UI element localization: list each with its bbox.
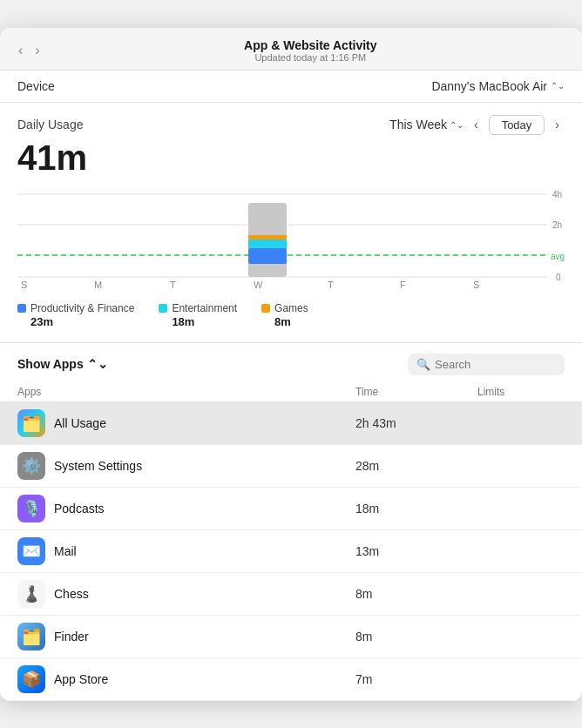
apps-section: Show Apps ⌃⌄ 🔍 Apps Time Limits 🗂️ All U… (0, 342, 582, 701)
svg-text:T: T (170, 280, 176, 290)
svg-text:W: W (254, 280, 263, 290)
app-icon-mail: ✉️ (17, 537, 45, 565)
table-row[interactable]: ♟️ Chess 8m (0, 573, 582, 616)
legend-item-entertainment: Entertainment 18m (159, 302, 237, 328)
legend-item-productivity: Productivity & Finance 23m (17, 302, 134, 328)
back-button[interactable]: ‹ (14, 41, 27, 60)
svg-text:0: 0 (556, 273, 561, 282)
app-cell: ⚙️ System Settings (17, 452, 355, 480)
daily-usage-label: Daily Usage (17, 118, 83, 131)
table-row[interactable]: 🗂️ Finder 8m (0, 616, 582, 658)
games-time: 8m (261, 315, 308, 328)
table-row[interactable]: ✉️ Mail 13m (0, 530, 582, 573)
usage-time: 41m (17, 138, 565, 177)
app-name: Mail (54, 544, 77, 558)
today-button[interactable]: Today (489, 115, 545, 135)
app-icon-chess: ♟️ (17, 580, 45, 608)
app-time: 18m (355, 502, 477, 516)
app-icon-podcasts: 🎙️ (17, 495, 45, 522)
table-row[interactable]: 🗂️ All Usage 2h 43m (0, 402, 582, 445)
svg-text:4h: 4h (552, 190, 562, 199)
table-header: Apps Time Limits (0, 382, 582, 402)
usage-header: Daily Usage This Week ⌃⌄ ‹ Today › (17, 115, 565, 135)
app-name: All Usage (54, 416, 106, 430)
table-body: 🗂️ All Usage 2h 43m ⚙️ System Settings 2… (0, 402, 582, 701)
entertainment-label: Entertainment (172, 302, 237, 314)
app-cell: 🗂️ All Usage (17, 409, 355, 437)
app-icon-allusage: 🗂️ (17, 409, 45, 437)
svg-rect-10 (248, 248, 287, 264)
table-row[interactable]: 🎙️ Podcasts 18m (0, 488, 582, 530)
search-box[interactable]: 🔍 (408, 354, 565, 375)
svg-text:M: M (94, 280, 102, 290)
device-label: Device (17, 79, 55, 93)
app-time: 8m (355, 587, 477, 601)
games-label: Games (274, 302, 308, 314)
svg-rect-11 (248, 239, 287, 248)
week-selector-label: This Week (389, 118, 447, 131)
app-time: 8m (355, 630, 477, 644)
week-selector[interactable]: This Week ⌃⌄ (389, 118, 464, 131)
device-name: Danny's MacBook Air (431, 79, 547, 93)
table-row[interactable]: ⚙️ System Settings 28m (0, 445, 582, 488)
entertainment-time: 18m (159, 315, 237, 328)
app-cell: ♟️ Chess (17, 580, 355, 608)
app-time: 13m (355, 544, 477, 558)
forward-button[interactable]: › (30, 41, 44, 60)
legend-item-games: Games 8m (261, 302, 308, 328)
next-week-button[interactable]: › (550, 116, 565, 133)
productivity-label: Productivity & Finance (30, 302, 134, 314)
col-header-limits: Limits (477, 386, 565, 398)
app-cell: 🗂️ Finder (17, 623, 355, 650)
app-time: 2h 43m (355, 416, 477, 430)
titlebar-info: App & Website Activity Updated today at … (53, 38, 568, 63)
main-window: ‹ › App & Website Activity Updated today… (0, 28, 582, 701)
show-apps-button[interactable]: Show Apps ⌃⌄ (17, 357, 108, 371)
svg-text:S: S (473, 280, 479, 290)
svg-rect-12 (248, 235, 287, 239)
apps-header: Show Apps ⌃⌄ 🔍 (0, 343, 582, 382)
chart-svg: 4h 2h avg 0 S M T (17, 185, 565, 290)
prev-week-button[interactable]: ‹ (469, 116, 484, 133)
device-chevron-icon: ⌃⌄ (551, 81, 565, 91)
svg-text:2h: 2h (552, 220, 562, 230)
entertainment-color-dot (159, 304, 167, 313)
search-input[interactable] (435, 358, 556, 371)
table-row[interactable]: 📦 App Store 7m (0, 658, 582, 701)
app-name: App Store (54, 672, 108, 686)
svg-text:F: F (400, 280, 406, 290)
col-header-apps: Apps (17, 386, 355, 398)
app-name: Chess (54, 587, 89, 601)
app-name: System Settings (54, 459, 142, 473)
device-row: Device Danny's MacBook Air ⌃⌄ (0, 71, 582, 103)
app-icon-appstore: 📦 (17, 665, 45, 693)
app-time: 7m (355, 672, 477, 686)
chart-container: 4h 2h avg 0 S M T (17, 185, 565, 290)
games-color-dot (261, 304, 270, 313)
week-controls: This Week ⌃⌄ ‹ Today › (389, 115, 565, 135)
app-cell: 🎙️ Podcasts (17, 495, 355, 522)
device-selector[interactable]: Danny's MacBook Air ⌃⌄ (431, 79, 565, 93)
nav-buttons: ‹ › (14, 41, 44, 60)
productivity-color-dot (17, 304, 26, 313)
col-header-time: Time (355, 386, 477, 398)
legend: Productivity & Finance 23m Entertainment… (17, 297, 565, 328)
titlebar-title: App & Website Activity (53, 38, 568, 52)
app-name: Podcasts (54, 502, 105, 516)
app-icon-finder: 🗂️ (17, 623, 45, 650)
usage-section: Daily Usage This Week ⌃⌄ ‹ Today › 41m (0, 103, 582, 337)
app-cell: 📦 App Store (17, 665, 355, 693)
week-selector-chevron-icon: ⌃⌄ (450, 120, 464, 130)
show-apps-label: Show Apps (17, 357, 84, 371)
app-icon-systemsettings: ⚙️ (17, 452, 45, 480)
show-apps-chevron-icon: ⌃⌄ (87, 357, 108, 371)
app-cell: ✉️ Mail (17, 537, 355, 565)
app-name: Finder (54, 630, 89, 644)
svg-text:T: T (328, 280, 334, 290)
svg-text:S: S (21, 280, 27, 290)
productivity-time: 23m (17, 315, 134, 328)
titlebar: ‹ › App & Website Activity Updated today… (0, 28, 582, 71)
svg-text:avg: avg (551, 252, 565, 261)
search-icon: 🔍 (416, 358, 430, 371)
app-time: 28m (355, 459, 477, 473)
